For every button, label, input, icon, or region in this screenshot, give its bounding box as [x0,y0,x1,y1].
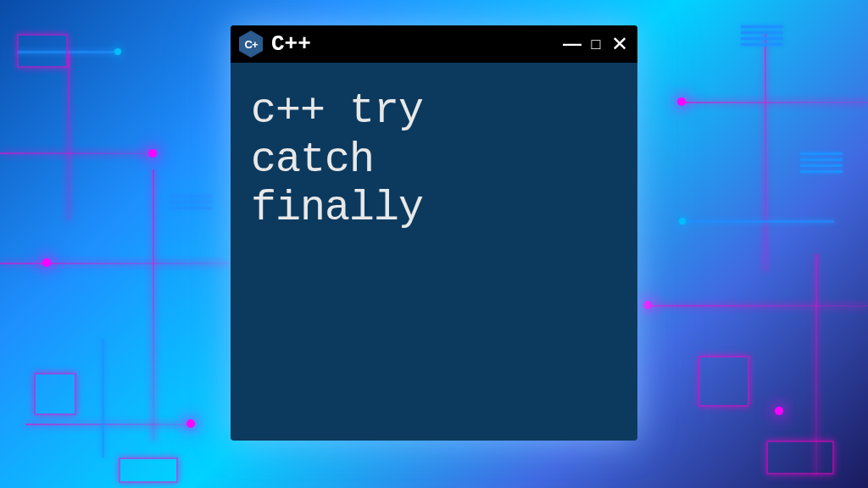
window-title: C++ [271,31,554,57]
window-controls: — □ ✕ [563,34,629,54]
close-button[interactable]: ✕ [610,34,629,54]
content-line-1: c++ try [251,86,617,136]
content-line-3: finally [251,184,617,233]
maximize-button[interactable]: □ [587,36,605,52]
terminal-content: c++ try catch finally [231,63,637,441]
cpp-logo-icon: C+ [239,30,263,58]
logo-letter: C+ [245,38,258,51]
terminal-window: C+ C++ — □ ✕ c++ try catch finally [231,25,637,441]
content-line-2: catch [251,136,617,185]
minimize-button[interactable]: — [563,35,581,53]
titlebar[interactable]: C+ C++ — □ ✕ [231,25,637,63]
